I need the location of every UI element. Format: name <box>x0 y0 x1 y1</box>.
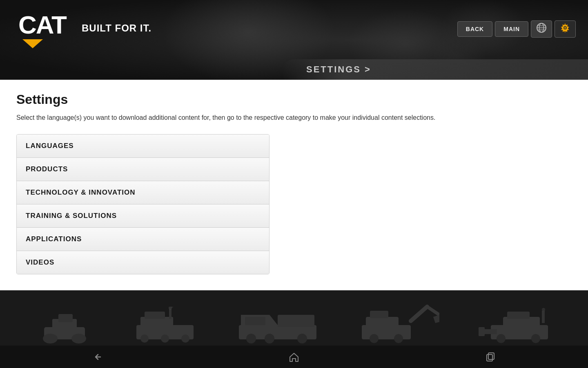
svg-point-43 <box>531 334 540 343</box>
android-back-button[interactable] <box>88 347 108 367</box>
svg-point-28 <box>297 334 307 343</box>
svg-point-27 <box>265 334 274 343</box>
settings-list-item[interactable]: TECHNOLOGY & INNOVATION <box>17 181 269 204</box>
svg-rect-46 <box>487 355 492 361</box>
svg-point-35 <box>370 334 379 343</box>
settings-list-item[interactable]: APPLICATIONS <box>17 228 269 251</box>
machinery-dump-truck <box>237 307 318 343</box>
gear-button[interactable] <box>555 20 576 38</box>
settings-title: Settings <box>16 92 572 107</box>
svg-line-32 <box>411 307 427 321</box>
svg-point-42 <box>497 334 506 343</box>
svg-rect-30 <box>366 317 399 328</box>
brand-tagline: BUILT FOR IT. <box>82 22 151 34</box>
svg-rect-23 <box>278 315 314 327</box>
settings-description: Select the language(s) you want to downl… <box>16 113 572 123</box>
settings-list-item[interactable]: VIDEOS <box>17 251 269 274</box>
svg-line-33 <box>427 307 439 315</box>
breadcrumb: SETTINGS > <box>306 64 371 75</box>
back-button[interactable]: BACK <box>457 21 492 37</box>
globe-icon <box>536 22 547 36</box>
svg-point-36 <box>394 334 403 343</box>
machinery-compactor <box>36 307 93 343</box>
android-recents-button[interactable] <box>480 347 500 367</box>
svg-rect-47 <box>488 353 494 359</box>
machinery-harvester <box>479 307 552 343</box>
android-nav-bar <box>0 346 588 368</box>
svg-point-18 <box>181 334 189 343</box>
svg-rect-19 <box>169 309 172 319</box>
svg-point-17 <box>161 334 169 343</box>
footer <box>0 290 588 368</box>
main-content: Settings Select the language(s) you want… <box>0 80 588 290</box>
machinery-paver <box>132 307 198 343</box>
android-home-button[interactable] <box>284 347 304 367</box>
cat-logo-triangle <box>22 39 43 48</box>
footer-machinery-silhouettes <box>0 298 588 343</box>
nav-buttons: BACK MAIN <box>457 20 576 38</box>
svg-point-45 <box>542 308 545 311</box>
cat-logo: CAT <box>18 12 76 45</box>
svg-rect-44 <box>542 311 545 323</box>
main-button[interactable]: MAIN <box>495 21 528 37</box>
svg-rect-12 <box>58 314 73 322</box>
cat-logo-text: CAT <box>18 12 76 38</box>
svg-rect-39 <box>507 312 530 319</box>
breadcrumb-bar: SETTINGS > <box>282 59 588 80</box>
settings-list-item[interactable]: LANGUAGES <box>17 135 269 158</box>
svg-rect-25 <box>245 317 265 325</box>
svg-point-9 <box>43 334 58 343</box>
settings-list: LANGUAGESPRODUCTSTECHNOLOGY & INNOVATION… <box>16 134 270 274</box>
machinery-excavator <box>358 303 439 343</box>
svg-rect-31 <box>370 311 388 318</box>
svg-marker-34 <box>433 315 439 323</box>
svg-point-16 <box>140 334 149 343</box>
globe-button[interactable] <box>531 20 552 38</box>
svg-rect-15 <box>145 312 165 319</box>
header: CAT BUILT FOR IT. BACK MAIN <box>0 0 588 80</box>
settings-list-item[interactable]: PRODUCTS <box>17 158 269 181</box>
svg-point-10 <box>71 334 86 343</box>
gear-icon <box>560 22 570 36</box>
svg-rect-41 <box>479 327 485 336</box>
settings-list-item[interactable]: TRAINING & SOLUTIONS <box>17 204 269 228</box>
svg-point-26 <box>246 334 256 343</box>
svg-point-7 <box>564 27 566 29</box>
